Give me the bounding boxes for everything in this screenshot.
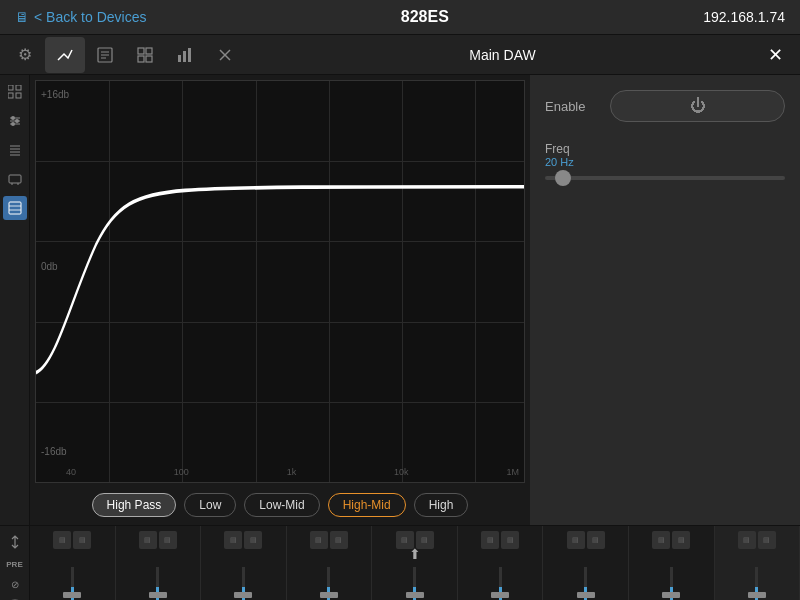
freq-slider-thumb[interactable]: [555, 170, 571, 186]
device-name: 828ES: [401, 8, 449, 26]
close-panel-button[interactable]: ✕: [760, 40, 790, 70]
filter-high-pass[interactable]: High Pass: [92, 493, 177, 517]
channel-fader-area: [461, 551, 540, 600]
fader-handle[interactable]: [748, 592, 766, 598]
fader-handle[interactable]: [320, 592, 338, 598]
fader-container[interactable]: [571, 567, 601, 600]
channel-icon-row: ▤▤: [567, 531, 605, 549]
back-button[interactable]: 🖥 < Back to Devices: [15, 9, 146, 25]
channel-tx81z: ▤▤0 dBSOLOTX81Z: [458, 526, 544, 600]
channel-icon-row: ▤▤: [738, 531, 776, 549]
enable-label: Enable: [545, 99, 595, 114]
mixer-left-sidebar: PRE ⊘ ⇅ ⇄: [0, 526, 30, 600]
sidebar-fader-icon[interactable]: [3, 109, 27, 133]
channel-mini-icon: ▤: [758, 531, 776, 549]
channel-fader-area: [33, 551, 112, 600]
freq-40: 40: [66, 467, 76, 477]
fader-container[interactable]: [485, 567, 515, 600]
fader-handle[interactable]: [234, 592, 252, 598]
channel-mini-icon: ▤: [501, 531, 519, 549]
svg-rect-5: [146, 48, 152, 54]
channel-icon-row: ▤▤: [224, 531, 262, 549]
channel-arrow-icon: ⬆: [409, 546, 421, 562]
fader-handle[interactable]: [63, 592, 81, 598]
filter-high-mid[interactable]: High-Mid: [328, 493, 406, 517]
channel-d110: ▤▤0 dBSOLOD110: [543, 526, 629, 600]
channel-u220: ▤▤0 dBSOLOU220: [629, 526, 715, 600]
fader-handle[interactable]: [149, 592, 167, 598]
sidebar-device-icon[interactable]: [3, 167, 27, 191]
freq-title: Freq: [545, 142, 785, 156]
mixer-arrows-icon[interactable]: [4, 534, 26, 550]
channel-icon-row: ▤▤: [481, 531, 519, 549]
channel-mini-icon: ▤: [587, 531, 605, 549]
channel-mini-icon: ▤: [672, 531, 690, 549]
svg-rect-14: [16, 85, 21, 90]
freq-10k: 10k: [394, 467, 409, 477]
svg-point-20: [11, 116, 15, 120]
svg-rect-15: [8, 93, 13, 98]
sidebar-eq-icon[interactable]: [3, 138, 27, 162]
svg-rect-4: [138, 48, 144, 54]
filter-low[interactable]: Low: [184, 493, 236, 517]
panel-title: Main DAW: [245, 47, 760, 63]
channel-m1r: ▤▤0 dBSOLOM1R: [201, 526, 287, 600]
fader-container[interactable]: [400, 567, 430, 600]
svg-point-22: [11, 122, 15, 126]
tab-page[interactable]: [85, 37, 125, 73]
power-icon: ⏻: [690, 97, 706, 115]
fader-container[interactable]: [57, 567, 87, 600]
channel-mks30: ▤▤0 dBSOLOMKS30: [30, 526, 116, 600]
channel-mini-icon: ▤: [139, 531, 157, 549]
freq-1k: 1k: [287, 467, 297, 477]
fader-handle[interactable]: [491, 592, 509, 598]
fader-container[interactable]: [742, 567, 772, 600]
tab-settings[interactable]: ⚙: [5, 37, 45, 73]
sidebar-active-icon[interactable]: [3, 196, 27, 220]
tab-clip[interactable]: [205, 37, 245, 73]
channel-fader-area: [290, 551, 369, 600]
mixer-no-icon[interactable]: ⊘: [4, 578, 26, 590]
channel-icon-row: ▤▤: [652, 531, 690, 549]
channel-mini-icon: ▤: [330, 531, 348, 549]
fader-container[interactable]: [656, 567, 686, 600]
tab-bar: ⚙ Main DAW ✕: [0, 35, 800, 75]
channel-mini-icon: ▤: [159, 531, 177, 549]
freq-section: Freq 20 Hz: [545, 142, 785, 180]
tab-bars[interactable]: [165, 37, 205, 73]
channel-mini-icon: ▤: [310, 531, 328, 549]
mixer-pre-label[interactable]: PRE: [4, 558, 26, 570]
main-content: +16db 0db -16db 40 100 1k 10k 1M High Pa…: [0, 75, 800, 525]
channel-proteus-1: ▤▤0 dBSOLOProteus/1: [287, 526, 373, 600]
svg-rect-7: [146, 56, 152, 62]
eq-filter-buttons: High Pass Low Low-Mid High-Mid High: [30, 488, 530, 525]
eq-graph: +16db 0db -16db 40 100 1k 10k 1M: [35, 80, 525, 483]
fader-container[interactable]: [314, 567, 344, 600]
svg-point-21: [15, 119, 19, 123]
freq-1m: 1M: [506, 467, 519, 477]
svg-rect-16: [16, 93, 21, 98]
fader-container[interactable]: [228, 567, 258, 600]
svg-rect-9: [183, 51, 186, 62]
channel-fader-area: [204, 551, 283, 600]
tab-routing[interactable]: [45, 37, 85, 73]
freq-slider[interactable]: [545, 176, 785, 180]
fader-container[interactable]: [143, 567, 173, 600]
channel-icon-row: ▤▤: [53, 531, 91, 549]
channel-mini-icon: ▤: [73, 531, 91, 549]
back-label: < Back to Devices: [34, 9, 146, 25]
channel-fader-area: ⬆: [375, 551, 454, 600]
svg-rect-10: [188, 48, 191, 62]
mixer-area: PRE ⊘ ⇅ ⇄ ▤▤0 dBSOLOMKS30▤▤0 dBSOLOEPS16…: [0, 525, 800, 600]
freq-label-group: Freq 20 Hz: [545, 142, 785, 168]
fader-handle[interactable]: [662, 592, 680, 598]
filter-low-mid[interactable]: Low-Mid: [244, 493, 319, 517]
fader-handle[interactable]: [406, 592, 424, 598]
top-bar: 🖥 < Back to Devices 828ES 192.168.1.74: [0, 0, 800, 35]
sidebar-grid-icon[interactable]: [3, 80, 27, 104]
fader-handle[interactable]: [577, 592, 595, 598]
power-button[interactable]: ⏻: [610, 90, 785, 122]
svg-rect-27: [9, 175, 21, 183]
tab-grid[interactable]: [125, 37, 165, 73]
filter-high[interactable]: High: [414, 493, 469, 517]
